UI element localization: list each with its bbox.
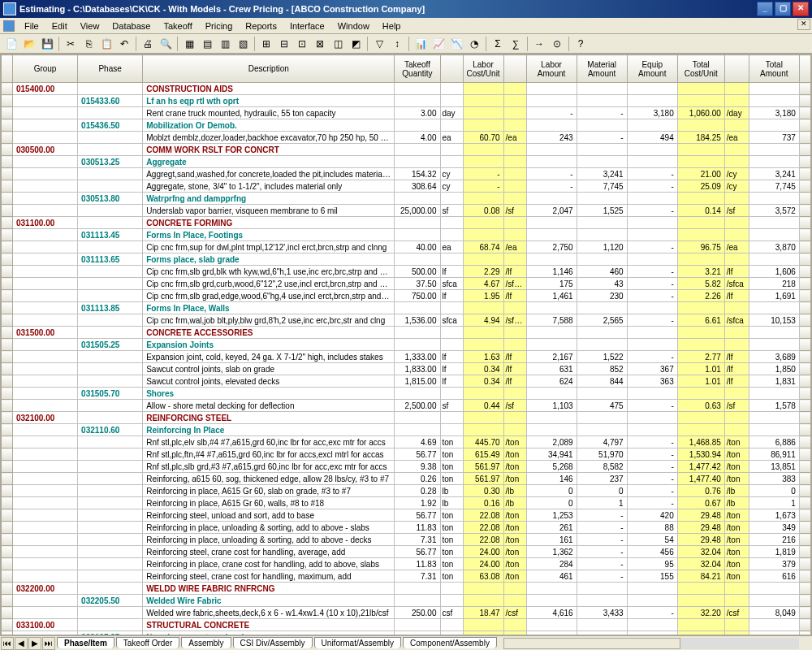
mdi-close-button[interactable]: ✕ (797, 19, 810, 30)
col1-button[interactable]: ⊞ (258, 36, 274, 52)
tab-assembly[interactable]: Assembly (181, 637, 231, 648)
view1-button[interactable]: ▦ (181, 36, 197, 52)
print-button[interactable]: 🖨 (140, 36, 156, 52)
col-header[interactable]: Total Amount (749, 55, 799, 83)
col-header[interactable] (724, 55, 749, 83)
close-button[interactable]: ✕ (793, 2, 809, 16)
view2-button[interactable]: ▤ (199, 36, 215, 52)
table-row[interactable]: 031500.00CONCRETE ACCESSORIES (2, 327, 811, 339)
chart4-button[interactable]: ◔ (466, 36, 482, 52)
tab-component-assembly[interactable]: Component/Assembly (403, 637, 497, 648)
table-row[interactable]: Reinforcing steel, crane cost for handli… (2, 546, 811, 558)
col-header[interactable]: Takeoff Quantity (395, 55, 440, 83)
menu-reports[interactable]: Reports (239, 20, 283, 32)
table-row[interactable]: 032100.00REINFORCING STEEL (2, 412, 811, 424)
menu-edit[interactable]: Edit (45, 20, 74, 32)
table-row[interactable]: Reinforcing in place, A615 Gr 60, slab o… (2, 485, 811, 497)
new-button[interactable]: 📄 (3, 36, 19, 52)
view4-button[interactable]: ▧ (235, 36, 251, 52)
table-row[interactable]: Cip cnc frm,wal,job blt,ply,blw grd,8'h,… (2, 314, 811, 327)
table-row[interactable]: 031113.45Forms In Place, Footings (2, 229, 811, 241)
table-row[interactable]: 033100.00STRUCTURAL CONCRETE (2, 619, 811, 631)
table-row[interactable]: 015436.50Mobilization Or Demob. (2, 119, 811, 132)
open-button[interactable]: 📂 (21, 36, 37, 52)
tab-nav-last[interactable]: ⏭ (42, 637, 55, 650)
target-button[interactable]: ⊙ (549, 36, 565, 52)
col-header[interactable]: Labor Cost/Unit (463, 55, 503, 83)
col-header[interactable] (503, 55, 526, 83)
table-row[interactable]: 015433.60Lf an hs eqp rtl wth oprt (2, 95, 811, 107)
sort-button[interactable]: ↕ (389, 36, 405, 52)
table-row[interactable]: 015400.00CONSTRUCTION AIDS (2, 83, 811, 95)
table-row[interactable]: Underslab vapor barrier, visqueen membra… (2, 205, 811, 217)
col-header[interactable]: Phase (78, 55, 143, 83)
tab-nav-prev[interactable]: ◀ (15, 637, 28, 650)
tab-takeoff-order[interactable]: Takeoff Order (116, 637, 179, 648)
table-row[interactable]: Rnf stl,plc,elv slb,#4 #7,a615,grd 60,in… (2, 436, 811, 448)
horizontal-scrollbar[interactable] (503, 638, 799, 649)
filter-button[interactable]: ▽ (371, 36, 387, 52)
col-header[interactable]: Material Amount (577, 55, 627, 83)
table-row[interactable]: Sawcut control joints, slab on grade1,83… (2, 363, 811, 375)
table-row[interactable]: 032205.50Welded Wire Fabric (2, 595, 811, 607)
menu-takeoff[interactable]: Takeoff (157, 20, 198, 32)
table-row[interactable]: Allow - shore metal decking for deflecti… (2, 400, 811, 412)
cut-button[interactable]: ✂ (63, 36, 79, 52)
tab-nav-next[interactable]: ▶ (28, 637, 41, 650)
col2-button[interactable]: ⊟ (276, 36, 292, 52)
data-grid[interactable]: GroupPhaseDescriptionTakeoff QuantityLab… (0, 54, 812, 635)
table-row[interactable]: 031113.85Forms In Place, Walls (2, 302, 811, 314)
table-row[interactable]: 032110.60Reinforcing In Place (2, 424, 811, 436)
table-row[interactable]: 030500.00COMM WORK RSLT FOR CONCRT (2, 144, 811, 156)
col-header[interactable]: Description (143, 55, 395, 83)
col-header[interactable] (2, 55, 13, 83)
menu-interface[interactable]: Interface (283, 20, 331, 32)
preview-button[interactable]: 🔍 (158, 36, 174, 52)
table-row[interactable]: Reinforcing in place, A615 Gr 60, walls,… (2, 497, 811, 509)
table-row[interactable]: Sawcut control joints, elevated decks1,8… (2, 375, 811, 388)
sum-button[interactable]: Σ (490, 36, 506, 52)
table-row[interactable]: 030513.25Aggregate (2, 156, 811, 168)
table-row[interactable]: 031113.65Forms place, slab grade (2, 254, 811, 266)
menu-help[interactable]: Help (376, 20, 408, 32)
tab-csi-div-assembly[interactable]: CSI Div/Assembly (233, 637, 313, 648)
save-button[interactable]: 💾 (39, 36, 55, 52)
col5-button[interactable]: ◫ (330, 36, 346, 52)
col-header[interactable]: Group (13, 55, 78, 83)
chart2-button[interactable]: 📈 (430, 36, 447, 52)
col3-button[interactable]: ⊡ (294, 36, 310, 52)
table-row[interactable]: Reinforcing in place, unloading & sortin… (2, 534, 811, 546)
col-header[interactable]: Equip Amount (627, 55, 677, 83)
table-row[interactable]: Aggregate, stone, 3/4" to 1-1/2", includ… (2, 180, 811, 193)
minimize-button[interactable]: _ (757, 2, 773, 16)
sigma-button[interactable]: ∑ (508, 36, 524, 52)
table-row[interactable]: 031505.25Expansion Joints (2, 339, 811, 351)
table-row[interactable]: Reinforcing in place, unloading & sortin… (2, 522, 811, 534)
undo-button[interactable]: ↶ (116, 36, 132, 52)
table-row[interactable]: Rnf stl,plc,slb grd,#3 #7,a615,grd 60,in… (2, 461, 811, 473)
table-row[interactable]: Cip cnc frm,slb grad,edge,wood,6"hg,4 us… (2, 290, 811, 302)
copy-button[interactable]: ⎘ (80, 36, 97, 52)
col-header[interactable]: Total Cost/Unit (677, 55, 724, 83)
col-header[interactable] (799, 55, 810, 83)
table-row[interactable]: 031100.00CONCRETE FORMING (2, 217, 811, 229)
maximize-button[interactable]: ▢ (775, 2, 791, 16)
chart3-button[interactable]: 📉 (448, 36, 464, 52)
col-header[interactable]: Labor Amount (526, 55, 577, 83)
table-row[interactable]: 030513.80Watrprfng and dampprfng (2, 193, 811, 205)
menu-database[interactable]: Database (106, 20, 157, 32)
table-row[interactable]: 032200.00WELDD WIRE FABRIC RNFRCNG (2, 583, 811, 595)
view3-button[interactable]: ▥ (217, 36, 233, 52)
col-header[interactable] (440, 55, 463, 83)
table-row[interactable]: Rnf stl,plc,ftn,#4 #7,a615,grd 60,inc lb… (2, 448, 811, 461)
table-row[interactable]: Welded wire fabric,sheets,deck,6 x 6 - w… (2, 607, 811, 619)
menu-view[interactable]: View (74, 20, 106, 32)
help-button[interactable]: ? (572, 36, 589, 52)
table-row[interactable]: Reinforcing steel, crane cost for handli… (2, 570, 811, 583)
table-row[interactable]: Expansion joint, cold, keyed, 24 ga. X 7… (2, 351, 811, 363)
table-row[interactable]: Reinforcing, a615 60, sog, thickened edg… (2, 473, 811, 485)
arrow-button[interactable]: → (531, 36, 547, 52)
table-row[interactable]: Reinforcing steel, unload and sort, add … (2, 509, 811, 522)
tab-nav-first[interactable]: ⏮ (1, 637, 14, 650)
paste-button[interactable]: 📋 (98, 36, 114, 52)
